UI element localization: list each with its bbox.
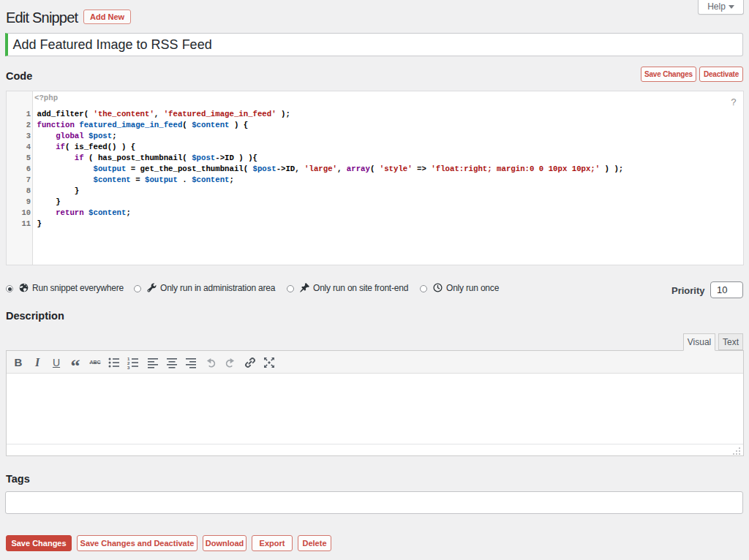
svg-text:3: 3 — [127, 366, 130, 370]
